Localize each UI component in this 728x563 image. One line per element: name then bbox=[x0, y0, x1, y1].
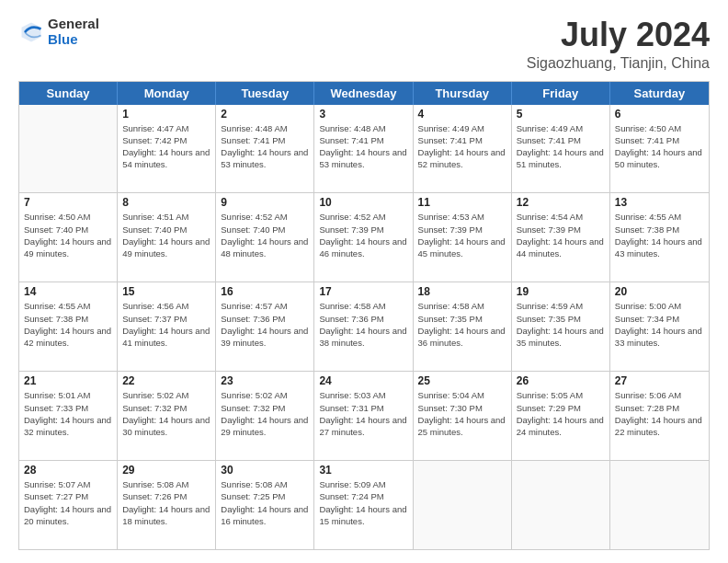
day-info: Sunrise: 5:08 AMSunset: 7:25 PMDaylight:… bbox=[221, 478, 309, 527]
day-number: 8 bbox=[122, 196, 210, 209]
calendar-cell: 3Sunrise: 4:48 AMSunset: 7:41 PMDaylight… bbox=[314, 105, 413, 193]
logo: General Blue bbox=[18, 17, 99, 47]
day-info: Sunrise: 5:02 AMSunset: 7:32 PMDaylight:… bbox=[221, 389, 309, 438]
calendar-cell bbox=[414, 461, 512, 549]
day-of-week-header: Monday bbox=[118, 82, 216, 105]
calendar-cell: 8Sunrise: 4:51 AMSunset: 7:40 PMDaylight… bbox=[118, 193, 216, 282]
page: General Blue July 2024 Sigaozhuang, Tian… bbox=[0, 0, 728, 563]
day-info: Sunrise: 5:05 AMSunset: 7:29 PMDaylight:… bbox=[517, 389, 605, 438]
day-info: Sunrise: 4:49 AMSunset: 7:41 PMDaylight:… bbox=[517, 122, 605, 171]
day-info: Sunrise: 4:49 AMSunset: 7:41 PMDaylight:… bbox=[418, 122, 506, 171]
day-number: 25 bbox=[418, 374, 506, 387]
calendar-cell: 13Sunrise: 4:55 AMSunset: 7:38 PMDayligh… bbox=[610, 193, 709, 282]
calendar-cell: 22Sunrise: 5:02 AMSunset: 7:32 PMDayligh… bbox=[118, 372, 216, 460]
svg-marker-0 bbox=[22, 22, 41, 41]
calendar-cell bbox=[512, 461, 610, 549]
calendar-cell: 7Sunrise: 4:50 AMSunset: 7:40 PMDaylight… bbox=[19, 193, 118, 282]
day-info: Sunrise: 5:09 AMSunset: 7:24 PMDaylight:… bbox=[319, 478, 407, 527]
calendar-cell: 29Sunrise: 5:08 AMSunset: 7:26 PMDayligh… bbox=[118, 461, 216, 549]
calendar-cell: 10Sunrise: 4:52 AMSunset: 7:39 PMDayligh… bbox=[314, 193, 413, 282]
day-info: Sunrise: 4:48 AMSunset: 7:41 PMDaylight:… bbox=[221, 122, 309, 171]
day-number: 2 bbox=[221, 108, 309, 121]
calendar-cell: 11Sunrise: 4:53 AMSunset: 7:39 PMDayligh… bbox=[414, 193, 512, 282]
day-number: 15 bbox=[122, 285, 210, 298]
calendar-cell: 21Sunrise: 5:01 AMSunset: 7:33 PMDayligh… bbox=[19, 372, 118, 460]
calendar-body: 1Sunrise: 4:47 AMSunset: 7:42 PMDaylight… bbox=[19, 105, 709, 549]
logo-general: General bbox=[48, 17, 99, 32]
day-number: 30 bbox=[221, 464, 309, 477]
calendar-cell: 18Sunrise: 4:58 AMSunset: 7:35 PMDayligh… bbox=[414, 282, 512, 371]
day-number: 24 bbox=[319, 374, 407, 387]
day-of-week-header: Tuesday bbox=[216, 82, 314, 105]
day-info: Sunrise: 5:00 AMSunset: 7:34 PMDaylight:… bbox=[615, 300, 704, 349]
day-info: Sunrise: 5:03 AMSunset: 7:31 PMDaylight:… bbox=[319, 389, 407, 438]
calendar-cell: 15Sunrise: 4:56 AMSunset: 7:37 PMDayligh… bbox=[118, 282, 216, 371]
calendar-cell: 30Sunrise: 5:08 AMSunset: 7:25 PMDayligh… bbox=[216, 461, 314, 549]
day-number: 10 bbox=[319, 196, 407, 209]
day-info: Sunrise: 5:08 AMSunset: 7:26 PMDaylight:… bbox=[122, 478, 210, 527]
calendar: SundayMondayTuesdayWednesdayThursdayFrid… bbox=[18, 81, 710, 550]
calendar-week: 7Sunrise: 4:50 AMSunset: 7:40 PMDaylight… bbox=[19, 192, 709, 282]
day-number: 18 bbox=[418, 285, 506, 298]
day-info: Sunrise: 5:06 AMSunset: 7:28 PMDaylight:… bbox=[615, 389, 704, 438]
day-number: 13 bbox=[615, 196, 704, 209]
calendar-cell: 4Sunrise: 4:49 AMSunset: 7:41 PMDaylight… bbox=[414, 105, 512, 193]
day-number: 3 bbox=[319, 108, 407, 121]
day-info: Sunrise: 4:47 AMSunset: 7:42 PMDaylight:… bbox=[122, 122, 210, 171]
day-info: Sunrise: 5:02 AMSunset: 7:32 PMDaylight:… bbox=[122, 389, 210, 438]
day-info: Sunrise: 4:58 AMSunset: 7:35 PMDaylight:… bbox=[418, 300, 506, 349]
day-number: 1 bbox=[122, 108, 210, 121]
day-info: Sunrise: 4:52 AMSunset: 7:39 PMDaylight:… bbox=[319, 211, 407, 259]
calendar-cell: 6Sunrise: 4:50 AMSunset: 7:41 PMDaylight… bbox=[610, 105, 709, 193]
day-number: 14 bbox=[24, 285, 112, 298]
calendar-cell: 2Sunrise: 4:48 AMSunset: 7:41 PMDaylight… bbox=[216, 105, 314, 193]
header: General Blue July 2024 Sigaozhuang, Tian… bbox=[18, 17, 710, 72]
calendar-week: 14Sunrise: 4:55 AMSunset: 7:38 PMDayligh… bbox=[19, 282, 709, 371]
day-of-week-header: Friday bbox=[512, 82, 610, 105]
day-info: Sunrise: 4:53 AMSunset: 7:39 PMDaylight:… bbox=[418, 211, 506, 259]
logo-blue: Blue bbox=[48, 32, 99, 48]
calendar-header-row: SundayMondayTuesdayWednesdayThursdayFrid… bbox=[19, 82, 709, 105]
calendar-cell: 5Sunrise: 4:49 AMSunset: 7:41 PMDaylight… bbox=[512, 105, 610, 193]
day-of-week-header: Sunday bbox=[19, 82, 118, 105]
day-number: 31 bbox=[319, 464, 407, 477]
day-info: Sunrise: 4:59 AMSunset: 7:35 PMDaylight:… bbox=[517, 300, 605, 349]
day-number: 4 bbox=[418, 108, 506, 121]
day-of-week-header: Saturday bbox=[610, 82, 709, 105]
day-info: Sunrise: 4:54 AMSunset: 7:39 PMDaylight:… bbox=[517, 211, 605, 259]
calendar-cell: 1Sunrise: 4:47 AMSunset: 7:42 PMDaylight… bbox=[118, 105, 216, 193]
day-info: Sunrise: 4:50 AMSunset: 7:41 PMDaylight:… bbox=[615, 122, 704, 171]
day-number: 26 bbox=[517, 374, 605, 387]
day-of-week-header: Wednesday bbox=[314, 82, 413, 105]
calendar-cell: 17Sunrise: 4:58 AMSunset: 7:36 PMDayligh… bbox=[314, 282, 413, 371]
calendar-cell: 27Sunrise: 5:06 AMSunset: 7:28 PMDayligh… bbox=[610, 372, 709, 460]
day-info: Sunrise: 5:07 AMSunset: 7:27 PMDaylight:… bbox=[24, 478, 112, 527]
day-info: Sunrise: 4:57 AMSunset: 7:36 PMDaylight:… bbox=[221, 300, 309, 349]
day-info: Sunrise: 4:50 AMSunset: 7:40 PMDaylight:… bbox=[24, 211, 112, 259]
day-info: Sunrise: 4:55 AMSunset: 7:38 PMDaylight:… bbox=[615, 211, 704, 259]
calendar-cell: 28Sunrise: 5:07 AMSunset: 7:27 PMDayligh… bbox=[19, 461, 118, 549]
day-number: 21 bbox=[24, 374, 112, 387]
calendar-cell: 16Sunrise: 4:57 AMSunset: 7:36 PMDayligh… bbox=[216, 282, 314, 371]
day-info: Sunrise: 4:51 AMSunset: 7:40 PMDaylight:… bbox=[122, 211, 210, 259]
day-number: 19 bbox=[517, 285, 605, 298]
calendar-cell: 26Sunrise: 5:05 AMSunset: 7:29 PMDayligh… bbox=[512, 372, 610, 460]
calendar-cell: 14Sunrise: 4:55 AMSunset: 7:38 PMDayligh… bbox=[19, 282, 118, 371]
calendar-week: 1Sunrise: 4:47 AMSunset: 7:42 PMDaylight… bbox=[19, 105, 709, 193]
day-number: 7 bbox=[24, 196, 112, 209]
logo-icon bbox=[18, 19, 44, 45]
calendar-cell: 31Sunrise: 5:09 AMSunset: 7:24 PMDayligh… bbox=[314, 461, 413, 549]
day-number: 11 bbox=[418, 196, 506, 209]
day-info: Sunrise: 4:52 AMSunset: 7:40 PMDaylight:… bbox=[221, 211, 309, 259]
day-number: 22 bbox=[122, 374, 210, 387]
calendar-cell bbox=[610, 461, 709, 549]
day-number: 27 bbox=[615, 374, 704, 387]
day-number: 23 bbox=[221, 374, 309, 387]
day-info: Sunrise: 4:56 AMSunset: 7:37 PMDaylight:… bbox=[122, 300, 210, 349]
calendar-week: 28Sunrise: 5:07 AMSunset: 7:27 PMDayligh… bbox=[19, 460, 709, 549]
calendar-cell: 24Sunrise: 5:03 AMSunset: 7:31 PMDayligh… bbox=[314, 372, 413, 460]
day-number: 9 bbox=[221, 196, 309, 209]
day-number: 28 bbox=[24, 464, 112, 477]
subtitle: Sigaozhuang, Tianjin, China bbox=[527, 55, 710, 72]
day-number: 29 bbox=[122, 464, 210, 477]
